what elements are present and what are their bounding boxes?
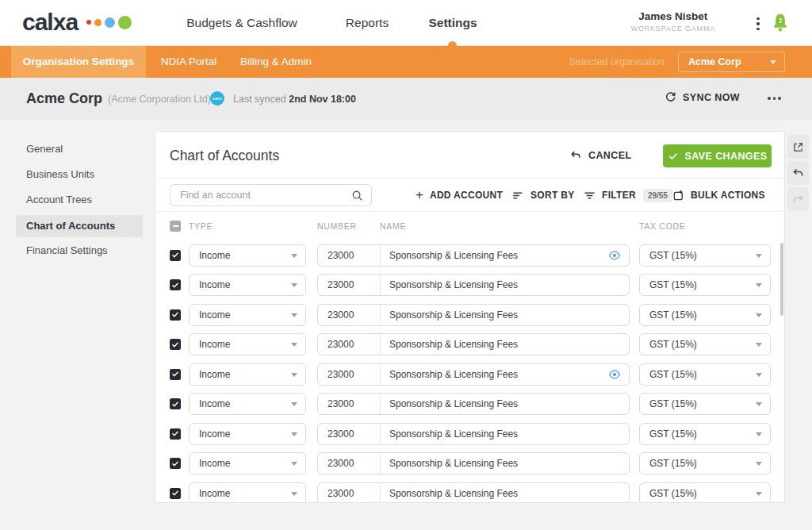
table-row: Income 23000 Sponsorship & Licensing Fee… <box>155 359 784 390</box>
sort-by-button[interactable]: SORT BY <box>512 184 574 206</box>
row-checkbox[interactable] <box>170 398 181 409</box>
account-type-select[interactable]: Income <box>189 304 306 326</box>
organisation-select[interactable]: Acme Corp <box>678 52 785 72</box>
sidebar-item-general[interactable]: General <box>16 138 143 160</box>
visibility-icon[interactable] <box>608 368 621 381</box>
chevron-down-icon <box>756 432 762 436</box>
tab-ndia-portal[interactable]: NDIA Portal <box>155 46 222 78</box>
account-number-input[interactable]: 23000 <box>327 245 354 266</box>
account-type-select[interactable]: Income <box>189 423 306 445</box>
account-number-name-group: 23000 Sponsorship & Licensing Fees <box>317 393 630 415</box>
account-type-value: Income <box>199 398 230 409</box>
notifications-bell-icon[interactable]: 2 <box>771 13 790 33</box>
add-account-button[interactable]: + ADD ACCOUNT <box>416 184 503 206</box>
account-type-select[interactable]: Income <box>189 363 306 386</box>
nav-settings[interactable]: Settings <box>427 0 479 46</box>
redo-button-disabled[interactable] <box>787 187 809 211</box>
account-type-select[interactable]: Income <box>189 393 306 415</box>
tab-billing-admin[interactable]: Billing & Admin <box>232 46 320 78</box>
undo-button[interactable] <box>787 161 809 185</box>
check-icon <box>171 311 179 318</box>
row-checkbox[interactable] <box>170 250 181 261</box>
account-name-input[interactable]: Sponsorship & Licensing Fees <box>389 453 518 474</box>
account-search[interactable] <box>170 184 372 206</box>
tax-code-select[interactable]: GST (15%) <box>639 393 771 415</box>
sidebar-item-account-trees[interactable]: Account Trees <box>16 189 143 211</box>
account-name-input[interactable]: Sponsorship & Licensing Fees <box>389 334 518 355</box>
account-number-input[interactable]: 23000 <box>327 453 354 474</box>
account-name-input[interactable]: Sponsorship & Licensing Fees <box>389 305 518 325</box>
check-icon <box>171 401 179 408</box>
tax-code-select[interactable]: GST (15%) <box>639 244 771 267</box>
bulk-actions-button[interactable]: BULK ACTIONS <box>672 184 765 206</box>
tax-code-select[interactable]: GST (15%) <box>639 482 771 504</box>
user-menu[interactable]: James Nisbet WORKSPACE GAMMA <box>631 10 715 33</box>
tax-code-select[interactable]: GST (15%) <box>639 363 771 386</box>
tax-code-select[interactable]: GST (15%) <box>639 304 771 326</box>
sort-icon <box>512 190 524 202</box>
filter-button[interactable]: FILTER 29/55 <box>584 184 672 206</box>
bulk-actions-label: BULK ACTIONS <box>691 190 765 201</box>
account-type-value: Income <box>199 369 230 380</box>
table-scrollbar[interactable] <box>780 243 783 316</box>
account-number-input[interactable]: 23000 <box>327 334 354 355</box>
visibility-icon[interactable] <box>608 249 621 262</box>
account-name-input[interactable]: Sponsorship & Licensing Fees <box>389 394 518 414</box>
account-number-input[interactable]: 23000 <box>327 424 354 444</box>
nav-budgets-cashflow[interactable]: Budgets & Cashflow <box>178 0 305 46</box>
chevron-down-icon <box>756 492 762 496</box>
tax-code-select[interactable]: GST (15%) <box>639 333 771 355</box>
check-icon <box>171 371 179 378</box>
sidebar-item-business-units[interactable]: Business Units <box>16 163 143 186</box>
row-checkbox[interactable] <box>170 488 181 499</box>
save-changes-button[interactable]: SAVE CHANGES <box>663 144 772 167</box>
tax-code-value: GST (15%) <box>649 369 697 380</box>
account-type-select[interactable]: Income <box>189 244 306 267</box>
row-checkbox[interactable] <box>170 369 181 380</box>
account-type-select[interactable]: Income <box>189 274 306 296</box>
tab-organisation-settings[interactable]: Organisation Settings <box>11 46 146 78</box>
open-in-new-button[interactable] <box>787 135 809 159</box>
tax-code-select[interactable]: GST (15%) <box>639 274 771 296</box>
row-checkbox[interactable] <box>170 279 181 290</box>
search-input[interactable] <box>180 185 347 205</box>
account-number-input[interactable]: 23000 <box>327 275 354 295</box>
kebab-menu-icon[interactable] <box>752 15 764 33</box>
field-divider <box>380 364 381 385</box>
account-name-input[interactable]: Sponsorship & Licensing Fees <box>389 483 518 504</box>
tax-code-select[interactable]: GST (15%) <box>639 423 771 445</box>
tax-code-select[interactable]: GST (15%) <box>639 452 771 474</box>
row-checkbox[interactable] <box>170 309 181 321</box>
account-number-input[interactable]: 23000 <box>327 305 354 325</box>
calxa-logo[interactable]: calxa <box>22 9 132 36</box>
nav-reports[interactable]: Reports <box>339 0 395 46</box>
row-checkbox[interactable] <box>170 339 181 350</box>
more-options-icon[interactable] <box>768 97 781 100</box>
sync-now-button[interactable]: SYNC NOW <box>665 91 740 103</box>
account-name-input[interactable]: Sponsorship & Licensing Fees <box>389 275 518 295</box>
column-header-type: TYPE <box>189 221 213 231</box>
account-type-value: Income <box>199 339 230 350</box>
account-name-input[interactable]: Sponsorship & Licensing Fees <box>389 245 518 266</box>
field-divider <box>380 245 381 266</box>
org-settings-nav: Organisation Settings NDIA Portal Billin… <box>0 46 812 78</box>
account-number-input[interactable]: 23000 <box>327 483 354 504</box>
row-checkbox[interactable] <box>170 428 181 440</box>
account-number-input[interactable]: 23000 <box>327 394 354 414</box>
account-type-select[interactable]: Income <box>189 452 306 474</box>
account-type-select[interactable]: Income <box>189 482 306 504</box>
account-type-select[interactable]: Income <box>189 333 306 355</box>
account-name-input[interactable]: Sponsorship & Licensing Fees <box>389 364 518 385</box>
field-divider <box>380 394 381 414</box>
chart-of-accounts-panel: Chart of Accounts CANCEL SAVE CHANGES <box>155 131 785 503</box>
field-divider <box>380 453 381 474</box>
account-number-input[interactable]: 23000 <box>327 364 354 385</box>
plus-icon: + <box>416 190 423 201</box>
sidebar-item-financial-settings[interactable]: Financial Settings <box>16 240 143 262</box>
account-name-input[interactable]: Sponsorship & Licensing Fees <box>389 424 518 444</box>
cancel-button[interactable]: CANCEL <box>569 148 631 163</box>
row-checkbox[interactable] <box>170 458 181 469</box>
check-icon <box>171 430 179 437</box>
select-all-checkbox[interactable] <box>170 221 181 232</box>
sidebar-item-chart-of-accounts[interactable]: Chart of Accounts <box>16 215 143 237</box>
